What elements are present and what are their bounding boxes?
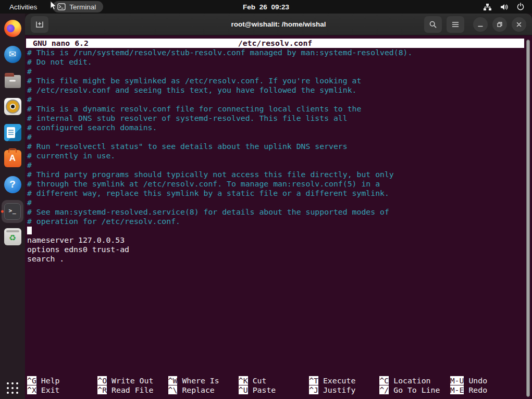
dock-item-thunderbird[interactable]: ✉	[1, 41, 24, 67]
editor-line: # through the symlink at /etc/resolv.con…	[27, 179, 521, 189]
shortcut-write-out[interactable]: ^OWrite Out	[97, 376, 168, 385]
editor-line: # This is /run/systemd/resolve/stub-reso…	[27, 48, 521, 57]
minimize-button[interactable]	[473, 17, 488, 32]
power-icon	[516, 3, 525, 11]
dock-item-libreoffice-writer[interactable]	[1, 119, 24, 145]
editor-line: #	[27, 95, 521, 104]
trash-icon: ♻	[4, 228, 21, 245]
editor-line: # This file might be symlinked as /etc/r…	[27, 76, 521, 85]
activities-button[interactable]: Activities	[9, 3, 37, 11]
show-applications-button[interactable]	[7, 382, 18, 394]
shortcut-go-to-line[interactable]: ^/Go To Line	[379, 385, 450, 395]
text-cursor	[27, 227, 32, 234]
shortcut-location[interactable]: ^CLocation	[379, 376, 450, 385]
running-indicator-dot	[1, 210, 4, 213]
dock-item-firefox[interactable]	[1, 15, 24, 41]
desktop: Activities Terminal Feb 26 09:23	[0, 0, 532, 399]
titlebar-actions	[424, 16, 526, 33]
shortcut-justify[interactable]: ^JJustify	[309, 385, 379, 395]
menu-button[interactable]	[447, 16, 464, 33]
terminal-window: root@wishalit: /home/wishal	[25, 14, 532, 399]
editor-line: options edns0 trust-ad	[27, 245, 521, 254]
shortcut-help[interactable]: ^GHelp	[27, 376, 97, 385]
rhythmbox-icon	[4, 98, 21, 115]
focused-app-label: Terminal	[69, 3, 96, 11]
editor-line: # different way, replace this symlink by…	[27, 189, 521, 198]
editor-line: # configured search domains.	[27, 123, 521, 132]
network-icon	[483, 3, 492, 11]
shortcut-where-is[interactable]: ^WWhere Is	[168, 376, 239, 385]
shortcut-read-file[interactable]: ^RRead File	[97, 385, 168, 395]
shortcut-execute[interactable]: ^TExecute	[309, 376, 379, 385]
nano-version: GNU nano 6.2	[33, 39, 89, 48]
shortcut-row: ^XExit ^RRead File ^\Replace ^UPaste ^JJ…	[27, 385, 521, 395]
editor-line: # currently in use.	[27, 151, 521, 160]
shortcut-undo[interactable]: M-UUndo	[450, 376, 521, 385]
window-title: root@wishalit: /home/wishal	[231, 20, 326, 28]
libreoffice-writer-icon	[4, 124, 21, 141]
hamburger-menu-icon	[451, 21, 460, 28]
editor-line: # internal DNS stub resolver of systemd-…	[27, 114, 521, 123]
search-button[interactable]	[424, 16, 442, 33]
editor-line: #	[27, 132, 521, 142]
editor-line: # /etc/resolv.conf and seeing this text,…	[27, 85, 521, 95]
volume-icon	[500, 3, 509, 11]
dock-item-trash[interactable]: ♻	[1, 223, 24, 250]
dock-item-terminal[interactable]: >_	[1, 200, 24, 223]
shortcut-row: ^GHelp ^OWrite Out ^WWhere Is ^KCut ^TEx…	[27, 376, 521, 385]
editor-line: # This is a dynamic resolv.conf file for…	[27, 104, 521, 114]
editor-buffer[interactable]: # This is /run/systemd/resolve/stub-reso…	[27, 48, 521, 264]
shortcut-paste[interactable]: ^UPaste	[239, 385, 309, 395]
new-tab-button[interactable]	[31, 16, 48, 33]
editor-line: # See man:systemd-resolved.service(8) fo…	[27, 207, 521, 217]
close-icon	[516, 21, 522, 28]
dock-item-rhythmbox[interactable]	[1, 93, 24, 119]
top-bar: Activities Terminal Feb 26 09:23	[0, 0, 532, 14]
shortcut-cut[interactable]: ^KCut	[239, 376, 309, 385]
maximize-button[interactable]	[492, 17, 507, 32]
editor-line: # operation for /etc/resolv.conf.	[27, 217, 521, 226]
dock-item-ubuntu-software[interactable]: A	[1, 145, 24, 171]
mouse-cursor	[50, 1, 59, 11]
editor-line: nameserver 127.0.0.53	[27, 235, 521, 245]
editor-line: # Third party programs should typically …	[27, 170, 521, 179]
new-tab-icon	[35, 21, 44, 28]
clock[interactable]: Feb 26 09:23	[243, 3, 289, 11]
shortcut-replace[interactable]: ^\Replace	[168, 385, 239, 395]
window-titlebar[interactable]: root@wishalit: /home/wishal	[25, 14, 532, 35]
editor-line: #	[27, 67, 521, 76]
thunderbird-icon: ✉	[4, 46, 21, 63]
files-icon	[5, 75, 21, 88]
dock-item-help[interactable]: ?	[1, 171, 24, 197]
nano-filename: /etc/resolv.conf	[238, 39, 313, 48]
dock: ✉ A ? >_ ♻	[0, 14, 25, 399]
scrollbar-thumb[interactable]	[526, 40, 530, 397]
terminal-content[interactable]: GNU nano 6.2 /etc/resolv.conf # This is …	[25, 35, 532, 399]
system-status-area[interactable]	[483, 3, 525, 11]
editor-line-with-cursor	[27, 226, 521, 235]
editor-line: # Run "resolvectl status" to see details…	[27, 142, 521, 151]
nano-shortcut-bar: ^GHelp ^OWrite Out ^WWhere Is ^KCut ^TEx…	[27, 376, 521, 395]
dock-item-files[interactable]	[1, 67, 24, 93]
minimize-icon	[477, 21, 484, 28]
close-button[interactable]	[512, 17, 526, 32]
ubuntu-software-icon: A	[4, 150, 21, 167]
nano-titlebar: GNU nano 6.2 /etc/resolv.conf	[26, 39, 524, 48]
editor-line: #	[27, 198, 521, 207]
firefox-icon	[4, 20, 21, 37]
restore-icon	[497, 21, 503, 28]
editor-line: # Do not edit.	[27, 57, 521, 67]
shortcut-exit[interactable]: ^XExit	[27, 385, 97, 395]
editor-line: search .	[27, 254, 521, 264]
focused-app-menu[interactable]: Terminal	[53, 1, 103, 13]
search-icon	[429, 20, 437, 29]
terminal-app-icon: >_	[4, 203, 21, 220]
shortcut-redo[interactable]: M-ERedo	[450, 385, 521, 395]
help-icon: ?	[4, 176, 21, 193]
editor-line: #	[27, 160, 521, 170]
